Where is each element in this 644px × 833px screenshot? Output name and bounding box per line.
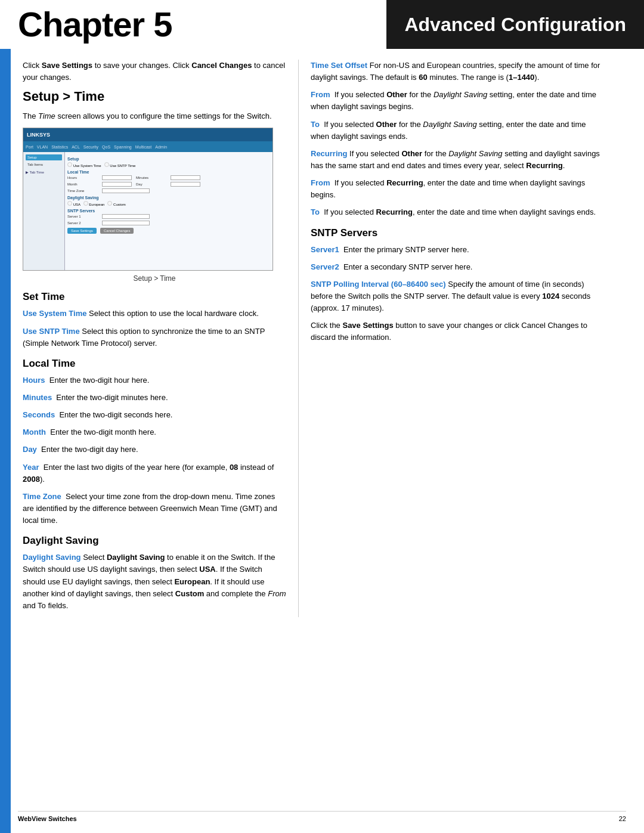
page-footer: WebView Switches 22: [18, 811, 626, 822]
minutes-label: Minutes: [23, 393, 52, 402]
from2-label: From: [311, 178, 330, 187]
daylight-saving-para: Daylight Saving Select Daylight Saving t…: [23, 552, 286, 612]
set-time-heading: Set Time: [23, 291, 286, 303]
local-time-heading: Local Time: [23, 358, 286, 370]
year-label: Year: [23, 463, 39, 472]
time-set-offset-para: Time Set Offset For non-US and European …: [311, 60, 602, 83]
footer-product-name: WebView Switches: [18, 815, 77, 822]
month-para: Month Enter the two-digit month here.: [23, 426, 286, 438]
from1-para: From If you selected Other for the Dayli…: [311, 89, 602, 113]
from1-label: From: [311, 90, 330, 99]
use-system-time-para: Use System Time Select this option to us…: [23, 308, 286, 320]
intro-paragraph: Click Save Settings to save your changes…: [23, 60, 286, 83]
sntp-polling-para: SNTP Polling Interval (60–86400 sec) Spe…: [311, 278, 602, 314]
seconds-para: Seconds Enter the two-digit seconds here…: [23, 409, 286, 421]
to1-label: To: [311, 120, 320, 129]
page-title: Advanced Configuration: [404, 14, 626, 36]
setup-time-heading: Setup > Time: [23, 89, 286, 104]
to2-label: To: [311, 208, 320, 216]
from2-para: From If you selected Recurring, enter th…: [311, 177, 602, 201]
server1-para: Server1 Enter the primary SNTP server he…: [311, 244, 602, 256]
daylight-saving-label: Daylight Saving: [23, 553, 81, 562]
sntp-polling-label: SNTP Polling Interval (60–86400 sec): [311, 280, 446, 289]
day-label: Day: [23, 445, 37, 454]
chapter-title: Chapter 5: [18, 7, 172, 42]
year-para: Year Enter the last two digits of the ye…: [23, 462, 286, 485]
recurring-label: Recurring: [311, 149, 347, 158]
server2-label: Server2: [311, 262, 339, 271]
timezone-para: Time Zone Select your time zone from the…: [23, 491, 286, 527]
hours-label: Hours: [23, 376, 45, 385]
use-sntp-time-para: Use SNTP Time Select this option to sync…: [23, 326, 286, 349]
server1-label: Server1: [311, 245, 339, 254]
day-para: Day Enter the two-digit day here.: [23, 444, 286, 456]
page-header: Chapter 5 Advanced Configuration: [0, 0, 644, 49]
to1-para: To If you selected Other for the Dayligh…: [311, 119, 602, 143]
to2-para: To If you selected Recurring, enter the …: [311, 206, 602, 218]
main-content: Click Save Settings to save your changes…: [18, 49, 644, 617]
hours-para: Hours Enter the two-digit hour here.: [23, 374, 286, 386]
server2-para: Server2 Enter a secondary SNTP server he…: [311, 261, 602, 273]
seconds-label: Seconds: [23, 410, 55, 419]
setup-time-description: The Time screen allows you to configure …: [23, 110, 286, 122]
daylight-saving-heading: Daylight Saving: [23, 535, 286, 547]
chapter-label-area: Chapter 5: [0, 0, 386, 49]
screenshot-caption: Setup > Time: [23, 274, 286, 283]
sntp-servers-heading: SNTP Servers: [311, 227, 602, 239]
footer-page-number: 22: [619, 815, 626, 822]
blue-accent-bar: [0, 49, 11, 833]
save-note-para: Click the Save Settings button to save y…: [311, 320, 602, 343]
time-set-offset-label: Time Set Offset: [311, 61, 367, 70]
left-column: Click Save Settings to save your changes…: [18, 60, 298, 617]
use-sntp-time-label: Use SNTP Time: [23, 327, 80, 336]
minutes-para: Minutes Enter the two-digit minutes here…: [23, 392, 286, 404]
month-label: Month: [23, 428, 46, 436]
setup-time-screenshot: LINKSYS Port VLAN Statistics ACL Securit…: [23, 128, 273, 271]
timezone-label: Time Zone: [23, 492, 61, 501]
use-system-time-label: Use System Time: [23, 309, 86, 318]
recurring-para: Recurring If you selected Other for the …: [311, 148, 602, 172]
right-column: Time Set Offset For non-US and European …: [298, 60, 614, 617]
page-title-area: Advanced Configuration: [386, 0, 644, 49]
